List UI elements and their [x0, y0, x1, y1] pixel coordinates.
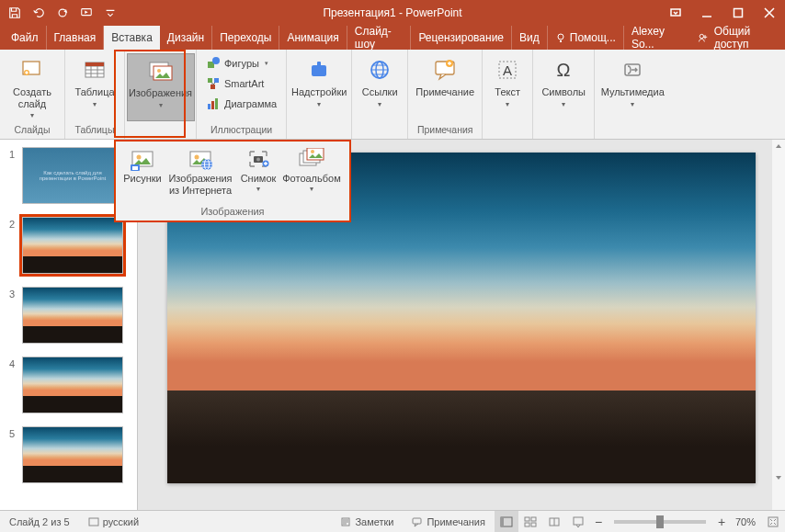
online-pictures-icon [186, 147, 215, 173]
ribbon: Создать слайд ▾ Слайды Таблица ▾ Таблицы… [0, 50, 785, 140]
zoom-in-button[interactable]: + [713, 514, 730, 530]
svg-rect-3 [734, 9, 743, 17]
svg-point-46 [311, 150, 314, 153]
shapes-button[interactable]: Фигуры▾ [202, 53, 272, 74]
svg-rect-51 [501, 517, 504, 526]
tab-help[interactable]: Помощ... [548, 26, 624, 50]
tab-review[interactable]: Рецензирование [411, 26, 512, 50]
tab-home[interactable]: Главная [47, 26, 105, 50]
images-icon [146, 56, 176, 85]
svg-point-0 [59, 9, 66, 17]
share-icon [698, 31, 709, 44]
slide-thumbnail-4[interactable] [22, 357, 123, 413]
chevron-down-icon: ▾ [631, 100, 634, 108]
zoom-slider-thumb[interactable] [656, 515, 664, 528]
screenshot-button[interactable]: Снимок ▾ [237, 145, 279, 206]
svg-rect-35 [132, 166, 138, 170]
svg-rect-18 [210, 85, 215, 89]
notes-icon [340, 516, 351, 527]
start-from-beginning-button[interactable] [75, 2, 97, 24]
close-button[interactable] [754, 0, 785, 26]
text-button[interactable]: AТекст▾ [488, 53, 527, 121]
chevron-down-icon: ▾ [310, 185, 313, 193]
tab-slideshow[interactable]: Слайд-шоу [347, 26, 412, 50]
slideshow-view-button[interactable] [566, 511, 590, 533]
svg-text:Ω: Ω [557, 60, 571, 80]
undo-button[interactable] [28, 2, 50, 24]
smartart-button[interactable]: SmartArt [202, 74, 267, 94]
zoom-level[interactable]: 70% [730, 516, 761, 527]
thumbnail-slide[interactable]: 2 [4, 217, 133, 274]
thumbnail-slide[interactable]: 4 [4, 357, 133, 413]
language-indicator[interactable]: русский [79, 516, 148, 527]
svg-rect-16 [208, 78, 212, 83]
chevron-down-icon: ▾ [317, 100, 321, 108]
screenshot-icon [244, 147, 273, 173]
tab-view[interactable]: Вид [512, 26, 548, 50]
title-bar: Презентация1 - PowerPoint [0, 0, 785, 26]
reading-view-button[interactable] [542, 511, 566, 533]
new-slide-button[interactable]: Создать слайд ▾ [6, 53, 59, 121]
media-icon [618, 55, 647, 85]
comment-button[interactable]: Примечание [414, 53, 476, 121]
ribbon-tabs: Файл Главная Вставка Дизайн Переходы Ани… [0, 26, 785, 50]
addins-button[interactable]: Надстройки▾ [292, 53, 346, 121]
thumbnail-slide[interactable]: 3 [4, 287, 133, 344]
images-dropdown: Рисунки Изображения из Интернета Снимок … [114, 140, 351, 222]
symbol-icon: Ω [549, 55, 578, 85]
account-menu[interactable]: Alexey So... [624, 26, 688, 50]
chart-icon [206, 96, 221, 111]
images-button[interactable]: Изображения ▾ [127, 53, 195, 121]
media-button[interactable]: Мультимедиа▾ [600, 53, 665, 121]
slide-counter[interactable]: Слайд 2 из 5 [0, 516, 79, 527]
save-button[interactable] [4, 2, 26, 24]
table-button[interactable]: Таблица ▾ [71, 53, 119, 121]
addins-icon [304, 55, 334, 85]
ribbon-group-tables: Таблица ▾ Таблицы [65, 50, 125, 139]
pictures-button[interactable]: Рисунки [121, 145, 164, 206]
maximize-button[interactable] [722, 0, 754, 26]
tab-insert[interactable]: Вставка [104, 26, 160, 50]
notes-button[interactable]: Заметки [331, 516, 403, 527]
share-button[interactable]: Общий доступ [688, 26, 785, 50]
online-pictures-button[interactable]: Изображения из Интернета [165, 145, 235, 206]
ribbon-group-illustrations: Фигуры▾ SmartArt Диаграмма Иллюстрации [197, 50, 287, 139]
new-slide-icon [17, 55, 47, 85]
tab-file[interactable]: Файл [4, 26, 47, 50]
comments-toggle-button[interactable]: Примечания [403, 516, 495, 527]
tab-animations[interactable]: Анимация [279, 26, 347, 50]
qat-customize-button[interactable] [99, 2, 121, 24]
scroll-up-button[interactable] [772, 140, 785, 153]
ribbon-group-text: AТекст▾ [483, 50, 533, 139]
minimize-button[interactable] [691, 0, 722, 26]
svg-rect-22 [312, 65, 326, 76]
tab-design[interactable]: Дизайн [160, 26, 212, 50]
svg-point-5 [700, 34, 703, 38]
redo-button[interactable] [51, 2, 74, 24]
zoom-slider[interactable] [614, 520, 706, 524]
chevron-down-icon: ▾ [506, 100, 509, 108]
photo-album-button[interactable]: Фотоальбом ▾ [281, 145, 342, 206]
symbols-button[interactable]: ΩСимволы▾ [539, 53, 588, 121]
chevron-down-icon: ▾ [256, 185, 260, 193]
comment-icon [430, 55, 460, 85]
thumbnail-slide[interactable]: 5 [4, 426, 133, 483]
ribbon-display-options-button[interactable] [660, 0, 691, 26]
tab-transitions[interactable]: Переходы [212, 26, 279, 50]
links-button[interactable]: Ссылки▾ [358, 53, 402, 121]
zoom-out-button[interactable]: − [590, 514, 607, 530]
slide-thumbnail-2[interactable] [22, 217, 123, 274]
fit-to-window-button[interactable] [761, 511, 785, 533]
ribbon-group-symbols: ΩСимволы▾ [533, 50, 595, 139]
normal-view-button[interactable] [495, 511, 518, 533]
chart-button[interactable]: Диаграмма [202, 94, 280, 114]
status-bar: Слайд 2 из 5 русский Заметки Примечания … [0, 510, 785, 532]
slide-sorter-view-button[interactable] [518, 511, 542, 533]
slide-thumbnail-1[interactable]: Как сделать слайд дляпрезентации в Power… [22, 147, 123, 204]
slide-thumbnail-3[interactable] [22, 287, 123, 344]
vertical-scrollbar[interactable] [772, 140, 785, 510]
scroll-down-button[interactable] [772, 471, 785, 484]
svg-text:A: A [503, 62, 512, 78]
slide-thumbnail-5[interactable] [22, 426, 123, 483]
svg-rect-47 [89, 518, 98, 526]
